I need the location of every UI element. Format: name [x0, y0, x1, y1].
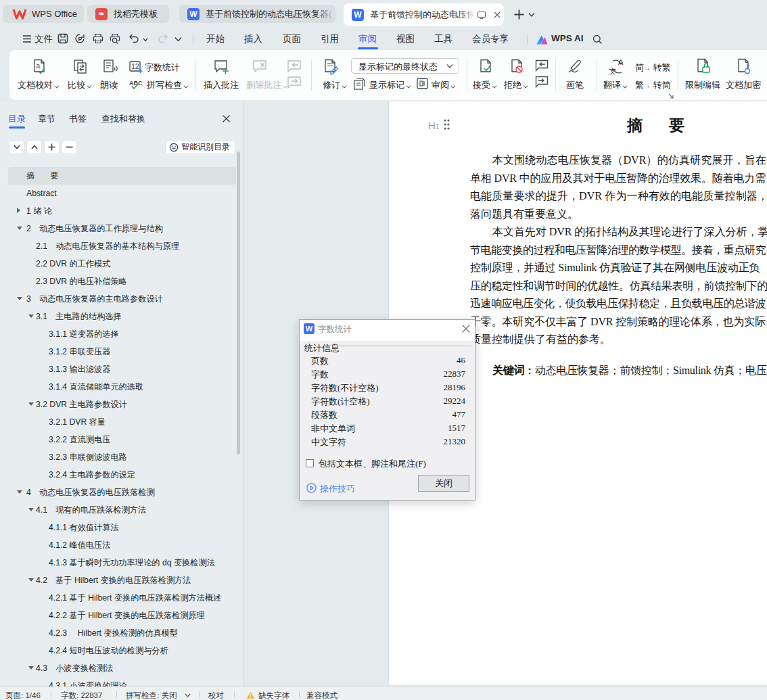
svg-text:12: 12	[131, 62, 139, 70]
svg-text:A: A	[618, 58, 624, 66]
svg-text:P: P	[78, 36, 83, 43]
svg-text:a: a	[37, 62, 41, 70]
svg-text:ABC: ABC	[129, 80, 143, 87]
